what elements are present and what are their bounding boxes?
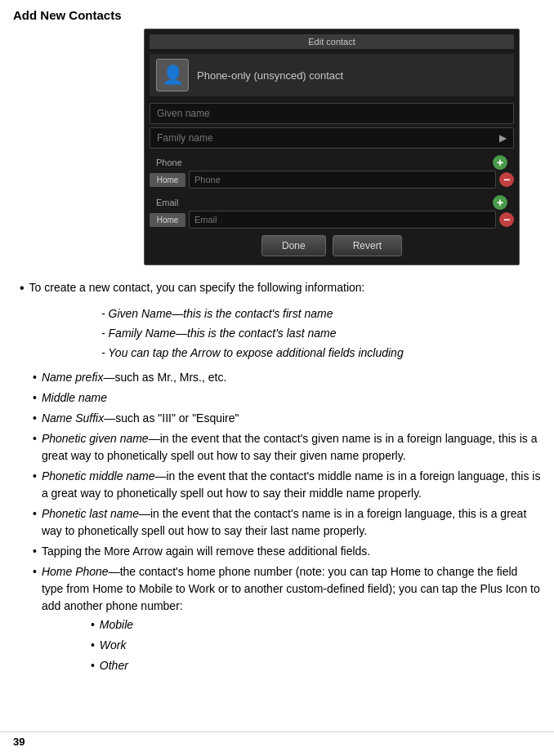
avatar: 👤: [156, 59, 189, 91]
family-name-field[interactable]: Family name ▶: [150, 127, 514, 149]
phone-row: Home Phone −: [150, 171, 514, 189]
page-number: 39: [13, 736, 25, 748]
feature-list: • Name prefix—such as Mr., Mrs., etc. • …: [33, 369, 541, 678]
bullet-dot: •: [33, 410, 37, 427]
bullet-dot: •: [33, 430, 37, 447]
item-text: Name Suffix—such as "III" or "Esquire": [42, 410, 541, 427]
bullet-dot: •: [33, 505, 37, 523]
family-name-placeholder: Family name: [157, 132, 213, 144]
contact-type-label: Phone-only (unsynced) contact: [197, 69, 343, 82]
avatar-icon: 👤: [162, 64, 184, 86]
given-name-field[interactable]: Given name: [150, 103, 514, 124]
add-phone-button[interactable]: +: [493, 155, 507, 170]
given-name-placeholder: Given name: [157, 108, 210, 119]
expand-icon: ▶: [499, 132, 507, 144]
list-item-8: • Home Phone—the contact's home phone nu…: [33, 563, 541, 678]
item-text: Home Phone—the contact's home phone numb…: [42, 563, 541, 678]
phone-sub-item-2: • Work: [91, 637, 541, 654]
intro-bullet: • To create a new contact, you can speci…: [20, 278, 541, 298]
item-text: Phonetic middle name—in the event that t…: [42, 468, 541, 502]
bullet-dot: •: [33, 563, 37, 580]
bullet-dot: •: [33, 468, 37, 485]
email-type-tag[interactable]: Home: [150, 213, 185, 227]
item-text: Middle name: [42, 389, 541, 407]
remove-phone-button[interactable]: −: [499, 172, 514, 187]
bullet-dot: •: [33, 369, 37, 386]
email-row: Home Email −: [150, 211, 514, 229]
done-button[interactable]: Done: [261, 235, 326, 256]
phone-sub-item-1: • Mobile: [91, 616, 541, 634]
dialog-screenshot: Edit contact 👤 Phone-only (unsynced) con…: [144, 29, 520, 265]
sub-item-1: - Given Name—this is the contact's first…: [101, 305, 541, 324]
phone-section-label: Phone +: [150, 152, 514, 171]
dialog-bar: Edit contact: [150, 34, 514, 49]
phone-sub-list: • Mobile • Work • Other: [91, 616, 541, 674]
bullet-dot: •: [91, 637, 95, 654]
item-text: Name prefix—such as Mr., Mrs., etc.: [42, 369, 541, 386]
bullet-dot: •: [33, 543, 37, 560]
phone-sub-item-text: Mobile: [100, 616, 541, 634]
bullet-dot: •: [91, 616, 95, 634]
bullet-dot: •: [91, 657, 95, 674]
sub-list: - Given Name—this is the contact's first…: [101, 305, 541, 362]
main-content: • To create a new contact, you can speci…: [13, 278, 541, 678]
phone-sub-item-text: Other: [100, 657, 541, 674]
add-email-button[interactable]: +: [493, 195, 507, 210]
item-text: Phonetic last name—in the event that the…: [42, 505, 541, 540]
phone-sub-item-3: • Other: [91, 657, 541, 674]
list-item-1: • Name prefix—such as Mr., Mrs., etc.: [33, 369, 541, 386]
page-number-bar: 39: [0, 732, 554, 748]
list-item-3: • Name Suffix—such as "III" or "Esquire": [33, 410, 541, 427]
contact-type-row: 👤 Phone-only (unsynced) contact: [150, 54, 514, 96]
phone-type-tag[interactable]: Home: [150, 173, 185, 187]
item-text: Tapping the More Arrow again will remove…: [42, 543, 541, 560]
list-item-5: • Phonetic middle name—in the event that…: [33, 468, 541, 502]
item-text: Phonetic given name—in the event that th…: [42, 430, 541, 465]
email-input[interactable]: Email: [189, 211, 496, 229]
revert-button[interactable]: Revert: [333, 235, 402, 256]
sub-item-3: - You can tap the Arrow to expose additi…: [101, 344, 541, 363]
email-section-label: Email +: [150, 192, 514, 211]
list-item-6: • Phonetic last name—in the event that t…: [33, 505, 541, 540]
remove-email-button[interactable]: −: [499, 212, 514, 227]
dialog-button-row: Done Revert: [150, 235, 514, 256]
list-item-2: • Middle name: [33, 389, 541, 407]
sub-item-2: - Family Name—this is the contact's last…: [101, 324, 541, 344]
list-item-7: • Tapping the More Arrow again will remo…: [33, 543, 541, 560]
phone-input[interactable]: Phone: [189, 171, 496, 189]
intro-bullet-dot: •: [20, 278, 25, 298]
phone-sub-item-text: Work: [100, 637, 541, 654]
page-title: Add New Contacts: [13, 8, 541, 22]
intro-text: To create a new contact, you can specify…: [29, 278, 365, 296]
bullet-dot: •: [33, 389, 37, 407]
list-item-4: • Phonetic given name—in the event that …: [33, 430, 541, 465]
